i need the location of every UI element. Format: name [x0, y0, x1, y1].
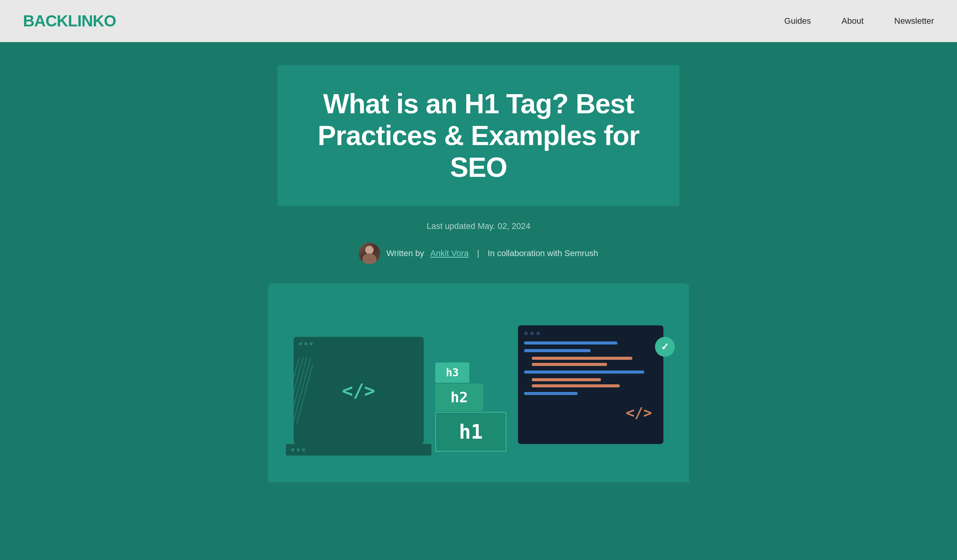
avatar-image [359, 243, 380, 264]
code-line-group-1 [524, 357, 657, 366]
bar-dot-1 [291, 448, 294, 451]
stripe-4 [292, 357, 311, 424]
code-line-group-2 [524, 378, 657, 387]
checkmark-icon: ✓ [655, 337, 675, 357]
code-line-5 [524, 371, 644, 374]
collaboration-label: In collaboration with Semrush [488, 248, 598, 258]
dot-2 [304, 342, 307, 345]
avatar [359, 243, 380, 264]
bar-dot-3 [302, 448, 305, 451]
nav-guides[interactable]: Guides [784, 16, 811, 26]
site-logo[interactable]: BACKLINKO [23, 12, 116, 30]
panel-stripes [290, 356, 313, 433]
site-header: BACKLINKO Guides About Newsletter [0, 0, 957, 42]
panel-dots [299, 342, 418, 345]
separator: | [477, 248, 479, 258]
code-line-3 [532, 357, 632, 360]
main-nav: Guides About Newsletter [784, 16, 934, 26]
hero-meta: Last updated May. 02, 2024 Written by An… [15, 221, 942, 264]
h1-block: h1 [435, 412, 507, 452]
left-code-panel: </> [294, 337, 424, 444]
hero-section: What is an H1 Tag? Best Practices & Exam… [0, 42, 957, 560]
written-by-label: Written by [386, 248, 424, 258]
code-line-2 [524, 349, 591, 352]
illustration-inner: </> h3 h2 h1 [291, 299, 666, 452]
right-code-panel: </> ✓ [518, 325, 663, 444]
code-line-1 [524, 341, 617, 344]
rdot-1 [524, 331, 528, 335]
h2-block: h2 [435, 384, 483, 411]
hero-illustration: </> h3 h2 h1 [268, 283, 689, 482]
hero-title-box: What is an H1 Tag? Best Practices & Exam… [278, 65, 679, 206]
dot-1 [299, 342, 302, 345]
nav-newsletter[interactable]: Newsletter [894, 16, 934, 26]
right-code-tag: </> [626, 404, 652, 421]
rdot-3 [536, 331, 540, 335]
code-lines [524, 341, 657, 395]
code-line-4 [532, 363, 607, 366]
h3-block: h3 [435, 362, 470, 383]
author-name[interactable]: Ankit Vora [430, 248, 469, 258]
nav-about[interactable]: About [842, 16, 864, 26]
author-info: Written by Ankit Vora | In collaboration… [15, 243, 942, 264]
rdot-2 [530, 331, 534, 335]
code-line-7 [532, 384, 620, 387]
left-code-tag: </> [342, 380, 375, 401]
bar-dot-2 [297, 448, 300, 451]
code-line-8 [524, 392, 577, 395]
dot-3 [310, 342, 313, 345]
bottom-bar [286, 444, 431, 456]
code-line-6 [532, 378, 601, 381]
last-updated: Last updated May. 02, 2024 [15, 221, 942, 231]
heading-blocks: h3 h2 h1 [435, 362, 507, 452]
page-title: What is an H1 Tag? Best Practices & Exam… [308, 88, 649, 183]
right-panel-dots [524, 331, 657, 335]
